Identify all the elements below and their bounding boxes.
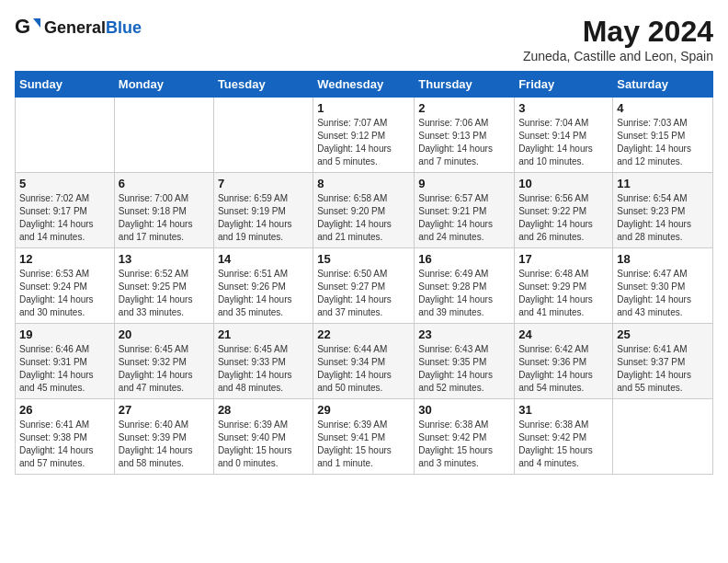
day-info: Sunrise: 6:59 AM Sunset: 9:19 PM Dayligh… bbox=[218, 192, 309, 244]
day-info: Sunrise: 7:00 AM Sunset: 9:18 PM Dayligh… bbox=[119, 192, 210, 244]
calendar-header: SundayMondayTuesdayWednesdayThursdayFrid… bbox=[16, 72, 713, 98]
location-title: Zuneda, Castille and Leon, Spain bbox=[523, 49, 713, 63]
calendar-cell: 6Sunrise: 7:00 AM Sunset: 9:18 PM Daylig… bbox=[114, 173, 213, 248]
day-info: Sunrise: 7:02 AM Sunset: 9:17 PM Dayligh… bbox=[19, 192, 110, 244]
day-info: Sunrise: 6:53 AM Sunset: 9:24 PM Dayligh… bbox=[19, 268, 110, 319]
calendar-cell: 27Sunrise: 6:40 AM Sunset: 9:39 PM Dayli… bbox=[114, 399, 213, 475]
day-number: 19 bbox=[19, 327, 110, 341]
day-number: 18 bbox=[617, 252, 709, 266]
day-number: 10 bbox=[518, 177, 609, 190]
calendar-cell bbox=[16, 98, 115, 173]
calendar-row: 12Sunrise: 6:53 AM Sunset: 9:24 PM Dayli… bbox=[16, 248, 713, 324]
calendar-cell: 28Sunrise: 6:39 AM Sunset: 9:40 PM Dayli… bbox=[213, 399, 313, 475]
day-info: Sunrise: 7:03 AM Sunset: 9:15 PM Dayligh… bbox=[617, 117, 709, 168]
weekday-header: Saturday bbox=[613, 72, 713, 98]
day-number: 23 bbox=[418, 327, 510, 341]
svg-marker-1 bbox=[33, 18, 40, 28]
calendar-cell: 9Sunrise: 6:57 AM Sunset: 9:21 PM Daylig… bbox=[415, 173, 515, 248]
day-number: 17 bbox=[518, 252, 609, 266]
calendar-cell: 21Sunrise: 6:45 AM Sunset: 9:33 PM Dayli… bbox=[213, 324, 313, 399]
weekday-header: Wednesday bbox=[313, 72, 415, 98]
day-number: 28 bbox=[218, 403, 309, 417]
day-info: Sunrise: 6:43 AM Sunset: 9:35 PM Dayligh… bbox=[418, 343, 510, 395]
svg-text:G: G bbox=[15, 15, 30, 38]
day-number: 5 bbox=[19, 177, 110, 190]
calendar-cell: 25Sunrise: 6:41 AM Sunset: 9:37 PM Dayli… bbox=[613, 324, 713, 399]
calendar-cell: 17Sunrise: 6:48 AM Sunset: 9:29 PM Dayli… bbox=[515, 248, 613, 324]
calendar-cell: 29Sunrise: 6:39 AM Sunset: 9:41 PM Dayli… bbox=[313, 399, 415, 475]
calendar-cell bbox=[213, 98, 313, 173]
day-number: 21 bbox=[218, 327, 309, 341]
logo-general: General bbox=[44, 18, 106, 37]
day-number: 4 bbox=[617, 101, 709, 115]
day-info: Sunrise: 6:40 AM Sunset: 9:39 PM Dayligh… bbox=[119, 419, 210, 470]
day-info: Sunrise: 6:44 AM Sunset: 9:34 PM Dayligh… bbox=[317, 343, 410, 395]
day-info: Sunrise: 6:41 AM Sunset: 9:37 PM Dayligh… bbox=[617, 343, 709, 395]
day-number: 9 bbox=[418, 177, 510, 190]
calendar-cell: 14Sunrise: 6:51 AM Sunset: 9:26 PM Dayli… bbox=[213, 248, 313, 324]
day-info: Sunrise: 6:47 AM Sunset: 9:30 PM Dayligh… bbox=[617, 268, 709, 319]
weekday-header-row: SundayMondayTuesdayWednesdayThursdayFrid… bbox=[16, 72, 713, 98]
calendar-cell: 10Sunrise: 6:56 AM Sunset: 9:22 PM Dayli… bbox=[515, 173, 613, 248]
calendar-cell bbox=[114, 98, 213, 173]
day-info: Sunrise: 6:57 AM Sunset: 9:21 PM Dayligh… bbox=[418, 192, 510, 244]
day-info: Sunrise: 6:38 AM Sunset: 9:42 PM Dayligh… bbox=[518, 419, 609, 470]
day-number: 26 bbox=[19, 403, 110, 417]
calendar-row: 19Sunrise: 6:46 AM Sunset: 9:31 PM Dayli… bbox=[16, 324, 713, 399]
logo: G GeneralBlue bbox=[15, 15, 142, 40]
day-number: 8 bbox=[317, 177, 410, 190]
day-info: Sunrise: 6:56 AM Sunset: 9:22 PM Dayligh… bbox=[518, 192, 609, 244]
weekday-header: Sunday bbox=[16, 72, 115, 98]
calendar-table: SundayMondayTuesdayWednesdayThursdayFrid… bbox=[15, 71, 713, 475]
calendar-cell: 7Sunrise: 6:59 AM Sunset: 9:19 PM Daylig… bbox=[213, 173, 313, 248]
day-number: 12 bbox=[19, 252, 110, 266]
day-info: Sunrise: 6:45 AM Sunset: 9:32 PM Dayligh… bbox=[119, 343, 210, 395]
weekday-header: Monday bbox=[114, 72, 213, 98]
logo-blue: Blue bbox=[106, 18, 142, 37]
calendar-cell: 15Sunrise: 6:50 AM Sunset: 9:27 PM Dayli… bbox=[313, 248, 415, 324]
day-info: Sunrise: 6:39 AM Sunset: 9:41 PM Dayligh… bbox=[317, 419, 410, 470]
day-number: 16 bbox=[418, 252, 510, 266]
day-info: Sunrise: 6:51 AM Sunset: 9:26 PM Dayligh… bbox=[218, 268, 309, 319]
calendar-cell: 26Sunrise: 6:41 AM Sunset: 9:38 PM Dayli… bbox=[16, 399, 115, 475]
day-info: Sunrise: 6:54 AM Sunset: 9:23 PM Dayligh… bbox=[617, 192, 709, 244]
calendar-cell: 20Sunrise: 6:45 AM Sunset: 9:32 PM Dayli… bbox=[114, 324, 213, 399]
day-info: Sunrise: 6:49 AM Sunset: 9:28 PM Dayligh… bbox=[418, 268, 510, 319]
calendar-cell: 24Sunrise: 6:42 AM Sunset: 9:36 PM Dayli… bbox=[515, 324, 613, 399]
day-number: 14 bbox=[218, 252, 309, 266]
calendar-cell: 30Sunrise: 6:38 AM Sunset: 9:42 PM Dayli… bbox=[415, 399, 515, 475]
day-number: 20 bbox=[119, 327, 210, 341]
calendar-cell: 11Sunrise: 6:54 AM Sunset: 9:23 PM Dayli… bbox=[613, 173, 713, 248]
day-info: Sunrise: 6:42 AM Sunset: 9:36 PM Dayligh… bbox=[518, 343, 609, 395]
day-info: Sunrise: 6:41 AM Sunset: 9:38 PM Dayligh… bbox=[19, 419, 110, 470]
day-info: Sunrise: 7:07 AM Sunset: 9:12 PM Dayligh… bbox=[317, 117, 410, 168]
day-number: 1 bbox=[317, 101, 410, 115]
day-number: 3 bbox=[518, 101, 609, 115]
day-number: 7 bbox=[218, 177, 309, 190]
day-info: Sunrise: 6:46 AM Sunset: 9:31 PM Dayligh… bbox=[19, 343, 110, 395]
logo-icon: G bbox=[15, 15, 40, 40]
calendar-cell: 4Sunrise: 7:03 AM Sunset: 9:15 PM Daylig… bbox=[613, 98, 713, 173]
day-number: 24 bbox=[518, 327, 609, 341]
day-info: Sunrise: 6:50 AM Sunset: 9:27 PM Dayligh… bbox=[317, 268, 410, 319]
day-info: Sunrise: 7:06 AM Sunset: 9:13 PM Dayligh… bbox=[418, 117, 510, 168]
calendar-cell: 5Sunrise: 7:02 AM Sunset: 9:17 PM Daylig… bbox=[16, 173, 115, 248]
calendar-cell: 3Sunrise: 7:04 AM Sunset: 9:14 PM Daylig… bbox=[515, 98, 613, 173]
calendar-cell: 13Sunrise: 6:52 AM Sunset: 9:25 PM Dayli… bbox=[114, 248, 213, 324]
calendar-cell: 19Sunrise: 6:46 AM Sunset: 9:31 PM Dayli… bbox=[16, 324, 115, 399]
day-number: 31 bbox=[518, 403, 609, 417]
calendar-cell: 31Sunrise: 6:38 AM Sunset: 9:42 PM Dayli… bbox=[515, 399, 613, 475]
day-number: 6 bbox=[119, 177, 210, 190]
weekday-header: Tuesday bbox=[213, 72, 313, 98]
calendar-cell: 2Sunrise: 7:06 AM Sunset: 9:13 PM Daylig… bbox=[415, 98, 515, 173]
day-info: Sunrise: 6:45 AM Sunset: 9:33 PM Dayligh… bbox=[218, 343, 309, 395]
calendar-cell: 1Sunrise: 7:07 AM Sunset: 9:12 PM Daylig… bbox=[313, 98, 415, 173]
calendar-cell: 16Sunrise: 6:49 AM Sunset: 9:28 PM Dayli… bbox=[415, 248, 515, 324]
title-block: May 2024 Zuneda, Castille and Leon, Spai… bbox=[523, 15, 713, 63]
calendar-row: 1Sunrise: 7:07 AM Sunset: 9:12 PM Daylig… bbox=[16, 98, 713, 173]
weekday-header: Friday bbox=[515, 72, 613, 98]
day-info: Sunrise: 6:38 AM Sunset: 9:42 PM Dayligh… bbox=[418, 419, 510, 470]
day-info: Sunrise: 6:39 AM Sunset: 9:40 PM Dayligh… bbox=[218, 419, 309, 470]
day-number: 11 bbox=[617, 177, 709, 190]
calendar-cell: 22Sunrise: 6:44 AM Sunset: 9:34 PM Dayli… bbox=[313, 324, 415, 399]
